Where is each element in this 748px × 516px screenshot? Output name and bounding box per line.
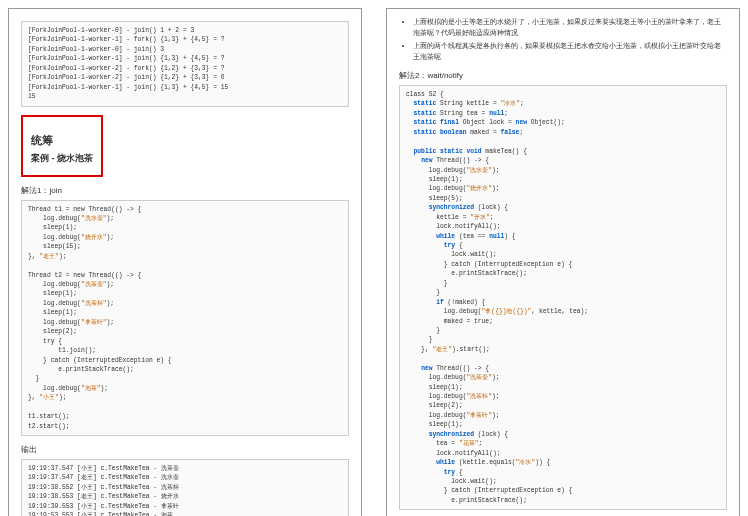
solution2-code: class S2 { static String kettle = "冷水"; … — [399, 85, 727, 510]
solution1-code: Thread t1 = new Thread(() -> { log.debug… — [21, 200, 349, 437]
solution1-title: 解法1：join — [21, 185, 349, 196]
output-log: 19:19:37.547 [小王] c.TestMakeTea - 洗茶壶 19… — [21, 459, 349, 516]
case-title: 案例 - 烧水泡茶 — [31, 152, 93, 165]
note-item: 上面模拟的是小王等老王的水烧开了，小王泡茶，如果反过来要实现老王等小王的茶叶拿来… — [413, 17, 727, 38]
note-item: 上面的两个线程其实是各执行各的，如果要模拟老王把水壶交给小王泡茶，或模拟小王把茶… — [413, 41, 727, 62]
left-page: [ForkJoinPool-1-worker-0] - join() 1 + 2… — [8, 8, 362, 516]
forkjoin-output: [ForkJoinPool-1-worker-0] - join() 1 + 2… — [21, 21, 349, 107]
solution2-title: 解法2：wait/notify — [399, 70, 727, 81]
chapter-highlight: 统筹 案例 - 烧水泡茶 — [21, 115, 103, 177]
output-title: 输出 — [21, 444, 349, 455]
notes-list: 上面模拟的是小王等老王的水烧开了，小王泡茶，如果反过来要实现老王等小王的茶叶拿来… — [399, 17, 727, 62]
chapter-title: 统筹 — [31, 133, 93, 148]
right-page: 上面模拟的是小王等老王的水烧开了，小王泡茶，如果反过来要实现老王等小王的茶叶拿来… — [386, 8, 740, 516]
